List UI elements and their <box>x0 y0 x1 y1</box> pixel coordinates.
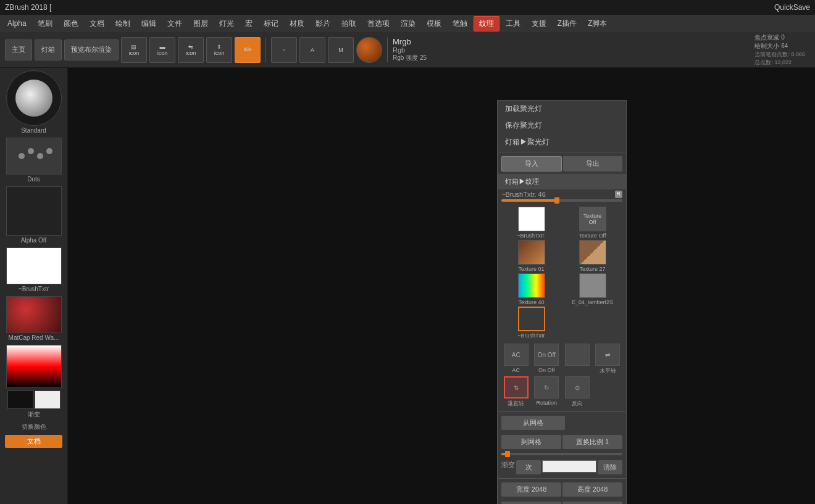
lightbox-button[interactable]: 灯箱 <box>35 39 62 60</box>
menu-material[interactable]: 材质 <box>285 17 309 31</box>
tex-01[interactable]: Texture 01 <box>501 240 561 272</box>
menu-prefs[interactable]: 首选项 <box>362 17 395 31</box>
action-hflip[interactable]: ⇄ 水平转 <box>593 344 623 375</box>
menu-stroke[interactable]: 笔触 <box>448 17 472 31</box>
clear-btn[interactable]: 清除 <box>598 460 622 474</box>
divider1 <box>498 152 626 152</box>
gradient-row <box>2 390 65 409</box>
tex-thumb-lambert <box>579 273 606 298</box>
load-spotlight[interactable]: 加载聚光灯 <box>498 101 626 117</box>
tex-brushtxtr-selected[interactable]: ~BrushTxtr. <box>501 207 561 239</box>
menu-support[interactable]: 支援 <box>527 17 551 31</box>
menu-pick[interactable]: 拾取 <box>336 17 361 31</box>
gradient-type-btn[interactable]: 次 <box>516 460 541 474</box>
brushtxtr-preview <box>6 247 62 284</box>
divider2 <box>498 411 626 412</box>
gradient-dd-row: 渐变 次 清除 <box>498 458 626 477</box>
total-points2: 总点数: 12,022 <box>754 59 805 67</box>
menu-macro[interactable]: 宏 <box>240 17 257 31</box>
replace-ratio-btn[interactable]: 置换比例 1 <box>562 435 622 449</box>
menu-draw[interactable]: 绘制 <box>111 17 135 31</box>
alpha-icon[interactable]: A <box>299 37 325 63</box>
draw-icon[interactable]: ✏ <box>235 37 261 63</box>
menu-zplugin[interactable]: Z插件 <box>553 17 582 31</box>
menu-texture[interactable]: 纹理 <box>474 16 499 31</box>
paint-icon[interactable]: ▤icon <box>121 37 147 63</box>
tex-thumb-brushtxtr <box>518 207 545 231</box>
alpha-item[interactable]: Alpha Off <box>2 186 65 244</box>
brush-item[interactable]: Standard <box>2 70 65 134</box>
from-mesh-btn[interactable]: 从网格 <box>501 416 565 430</box>
dimensions-row: 宽度 2048 高度 2048 <box>498 480 626 499</box>
tex-thumb-01 <box>518 240 545 265</box>
action-onoff[interactable]: On Off On Off <box>532 344 562 375</box>
menu-doc[interactable]: 文档 <box>85 17 109 31</box>
home-button[interactable]: 主页 <box>5 39 32 60</box>
sphere-preview[interactable] <box>356 37 382 63</box>
color-picker-item[interactable] <box>2 345 65 388</box>
light-texture[interactable]: 灯箱▶纹理 <box>498 174 626 189</box>
action-invert[interactable]: ⊙ 反向 <box>562 376 592 408</box>
clone-btn[interactable]: 克隆 <box>501 502 561 504</box>
height-btn[interactable]: 高度 2048 <box>562 482 622 497</box>
export-btn[interactable]: 导出 <box>563 156 622 171</box>
width-btn[interactable]: 宽度 2048 <box>501 482 561 497</box>
lightbox-spotlight[interactable]: 灯箱▶聚光灯 <box>498 134 626 151</box>
menu-brush[interactable]: 笔刷 <box>33 17 57 31</box>
sculpt-icon[interactable]: ▬icon <box>149 37 175 63</box>
tex-brushtxtr2[interactable]: ~BrushTxtr <box>501 307 561 339</box>
slider-row: ~BrushTxtr. 46 R <box>498 189 626 204</box>
switch-color-label: 切换颜色 <box>2 423 65 431</box>
texture-slider[interactable] <box>501 199 622 202</box>
tex-27[interactable]: Texture 27 <box>562 240 622 272</box>
light-swatch[interactable] <box>35 390 61 409</box>
menu-marker[interactable]: 标记 <box>259 17 283 31</box>
menu-edit[interactable]: 编辑 <box>136 17 161 31</box>
new-btn[interactable]: 新建 <box>562 502 622 504</box>
replace-slider-row <box>498 452 626 458</box>
slider-label-text: ~BrushTxtr. 46 <box>501 191 546 198</box>
to-mesh-btn[interactable]: 到网格 <box>501 435 561 449</box>
tex-lambert[interactable]: E_04_lambert2S <box>562 273 622 305</box>
tex-off[interactable]: Texture Off Texture Off <box>562 207 622 239</box>
import-btn[interactable]: 导入 <box>501 156 562 171</box>
menu-color[interactable]: 颜色 <box>59 17 83 31</box>
brush-label: Standard <box>2 127 65 134</box>
doc-button[interactable]: 文档 <box>5 435 62 448</box>
action-vflip[interactable]: ⇅ 垂直转 <box>501 376 531 408</box>
menu-zscript[interactable]: Z脚本 <box>583 17 612 31</box>
material-icon[interactable]: M <box>328 37 354 63</box>
preview-button[interactable]: 预览布尔渲染 <box>64 39 119 60</box>
menu-movie[interactable]: 影片 <box>311 17 335 31</box>
brushtxtr-item[interactable]: ~BrushTxtr <box>2 247 65 292</box>
replace-slider[interactable] <box>501 453 622 455</box>
menu-layer[interactable]: 图层 <box>188 17 213 31</box>
total-points: 当前笔画点数: 8,066 <box>754 51 805 59</box>
canvas-area[interactable]: 加载聚光灯 保存聚光灯 灯箱▶聚光灯 导入 导出 灯箱▶纹理 ~BrushTxt… <box>68 68 815 504</box>
stroke-icon[interactable]: ▫ <box>271 37 297 63</box>
thumb-vflip: ⇅ <box>504 376 529 399</box>
dots-preview <box>6 138 62 175</box>
brushtxtr-label: ~BrushTxtr <box>2 286 65 292</box>
tex-40[interactable]: Texture 40 <box>501 273 561 305</box>
action-unknown[interactable] <box>562 344 592 375</box>
action-rotation[interactable]: ↻ Rotation <box>532 376 562 408</box>
menu-alpha[interactable]: Alpha <box>2 17 31 30</box>
matcap-item[interactable]: MatCap Red Wa... <box>2 296 65 341</box>
menu-tool[interactable]: 工具 <box>501 17 525 31</box>
menu-render[interactable]: 渲染 <box>396 17 420 31</box>
dark-swatch[interactable] <box>7 390 33 409</box>
thumb-invert: ⊙ <box>565 376 590 399</box>
thumb-onoff: On Off <box>534 344 559 366</box>
menu-file[interactable]: 文件 <box>162 17 187 31</box>
menu-light[interactable]: 灯光 <box>214 17 239 31</box>
menu-template[interactable]: 模板 <box>422 17 446 31</box>
toolbar: 主页 灯箱 预览布尔渲染 ▤icon ▬icon ⇋icon ⇕icon ✏ ▫… <box>0 32 815 68</box>
alpha-label: Alpha Off <box>2 237 65 244</box>
save-spotlight[interactable]: 保存聚光灯 <box>498 117 626 134</box>
scale-icon[interactable]: ⇕icon <box>206 37 232 63</box>
action-ac[interactable]: AC AC <box>501 344 531 375</box>
move-icon[interactable]: ⇋icon <box>178 37 204 63</box>
dots-item[interactable]: Dots <box>2 138 65 183</box>
draw-size: 绘制大小 64 <box>754 42 805 51</box>
